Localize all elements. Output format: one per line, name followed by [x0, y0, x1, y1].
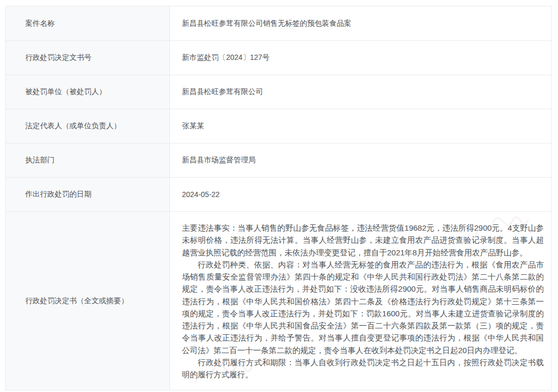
legal-representative-label: 法定代表人（或单位负责人） — [6, 109, 170, 143]
punished-unit-value: 新昌县松旺参茸有限公司 — [170, 75, 551, 109]
enforcement-department-label: 执法部门 — [6, 143, 170, 177]
decision-document-label: 行政处罚决定书（全文或摘要） — [6, 212, 170, 390]
table-row-case-name: 案件名称 新昌县松旺参茸有限公司销售无标签的预包装食品案 — [6, 6, 551, 40]
document-number-label: 行政处罚决定文书号 — [6, 41, 170, 75]
table-row-document-number: 行政处罚决定文书号 新市监处罚〔2024〕127号 — [6, 40, 551, 75]
decision-paragraph-facts: 主要违法事实：当事人销售的野山参无食品标签，违法经营货值19682元，违法所得2… — [182, 222, 544, 259]
enforcement-department-value: 新昌县市场监督管理局 — [170, 143, 551, 177]
table-row-decision-document: 行政处罚决定书（全文或摘要） 主要违法事实：当事人销售的野山参无食品标签，违法经… — [6, 211, 551, 390]
penalty-detail-page: 案件名称 新昌县松旺参茸有限公司销售无标签的预包装食品案 行政处罚决定文书号 新… — [0, 0, 558, 392]
table-row-punished-unit: 被处罚单位（被处罚人） 新昌县松旺参茸有限公司 — [6, 75, 551, 109]
document-number-value: 新市监处罚〔2024〕127号 — [170, 41, 551, 75]
penalty-date-value: 2024-05-22 — [170, 178, 551, 211]
case-name-value: 新昌县松旺参茸有限公司销售无标签的预包装食品案 — [170, 6, 551, 40]
table-row-penalty-date: 作出行政处罚的日期 2024-05-22 — [6, 177, 551, 211]
penalty-info-table: 案件名称 新昌县松旺参茸有限公司销售无标签的预包装食品案 行政处罚决定文书号 新… — [5, 6, 552, 390]
legal-representative-value: 张某某 — [170, 109, 551, 143]
decision-paragraph-basis: 行政处罚种类、依据、内容：对当事人经营无标签的食用农产品的违法行为，根据《食用农… — [182, 259, 544, 356]
decision-paragraph-deadline: 行政处罚履行方式和期限：当事人自收到行政处罚决定书之日起十五日内，按照行政处罚决… — [182, 356, 544, 381]
case-name-label: 案件名称 — [6, 6, 170, 40]
table-row-legal-representative: 法定代表人（或单位负责人） 张某某 — [6, 109, 551, 143]
decision-document-text: 主要违法事实：当事人销售的野山参无食品标签，违法经营货值19682元，违法所得2… — [170, 212, 551, 390]
table-row-enforcement-department: 执法部门 新昌县市场监督管理局 — [6, 143, 551, 177]
punished-unit-label: 被处罚单位（被处罚人） — [6, 75, 170, 109]
penalty-date-label: 作出行政处罚的日期 — [6, 178, 170, 211]
